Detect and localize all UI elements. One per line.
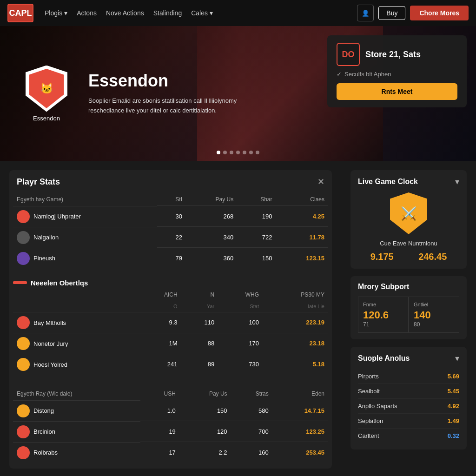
- support-sub-1: 71: [363, 321, 403, 328]
- col2-val: 268: [186, 206, 237, 227]
- col2-val: 150: [179, 400, 231, 421]
- col-header-shar: Shar: [237, 193, 276, 206]
- table-row: Nonetor Jury 1M 88 170 23.18: [13, 333, 328, 354]
- col-val: 5.18: [263, 354, 328, 375]
- dot-1[interactable]: [217, 151, 220, 154]
- player-icon: [17, 404, 30, 417]
- list-item: Carltent 0.32: [358, 429, 459, 443]
- stats-table-1: Egyeth hay Game) StI Pay Us Shar Claes N…: [13, 193, 328, 269]
- nav-link-plogis[interactable]: Plogis ▾: [45, 9, 67, 17]
- suople-anolus-header: Suople Anolus ▾: [358, 353, 459, 364]
- col1-val: 9.3: [137, 312, 181, 333]
- col3-val: 722: [237, 227, 276, 248]
- live-game-clock-title: Live Game Clock: [358, 178, 418, 186]
- support-item-1: Fnme 120.6 71: [358, 297, 409, 333]
- player-stats-card: Playr Stats ✕ Egyeth hay Game) StI Pay U…: [9, 170, 332, 469]
- suople-anolus-title: Suople Anolus: [358, 354, 410, 363]
- user-icon-button[interactable]: 👤: [357, 5, 374, 21]
- hero-team-name: Essendon: [33, 115, 60, 122]
- list-item: Anpllo Saparts 4.92: [358, 399, 459, 414]
- hero-carousel-dots: [217, 151, 259, 154]
- s2-sub-stat: Stat: [218, 301, 263, 312]
- anolus-name: Anpllo Saparts: [358, 403, 397, 410]
- stats-table-3: Egyeth Ray (Wlc dale) USH Pay Us Stras E…: [13, 388, 328, 463]
- dot-4[interactable]: [236, 151, 240, 154]
- clock-score-1: 9.175: [370, 251, 394, 262]
- col-val: 123.15: [276, 248, 328, 269]
- anolus-val: 0.32: [448, 432, 459, 439]
- mrory-support-card: Mrory Subport Fnme 120.6 71 Gntliel 140 …: [350, 276, 467, 339]
- col2-val: 340: [186, 227, 237, 248]
- clock-score-2: 246.45: [418, 251, 447, 262]
- s2-col-whg: WHG: [218, 289, 263, 301]
- hero-section: 🐱 Essendon Essendon Sooplier Emalid are …: [0, 26, 476, 161]
- col-val: 14.7.15: [272, 400, 328, 421]
- nav-actions: 👤 Buy Chore Mores: [357, 5, 469, 21]
- col2-val: 2.2: [179, 442, 231, 463]
- s2-sub-late: late Lie: [263, 301, 328, 312]
- s2-sub-yar: Yar: [181, 301, 218, 312]
- player-icon: [17, 231, 30, 244]
- col3-val: 100: [218, 312, 263, 333]
- col3-val: 730: [218, 354, 263, 375]
- live-game-clock-header: Live Game Clock ▾: [358, 177, 459, 187]
- nav-link-nove-actions[interactable]: Nove Actions: [106, 9, 144, 17]
- dot-5[interactable]: [243, 151, 246, 154]
- player-icon: [17, 316, 30, 329]
- player-icon: [17, 252, 30, 265]
- col-val: 253.45: [272, 442, 328, 463]
- dot-6[interactable]: [249, 151, 253, 154]
- table-row: Brcinion 19 120 700 123.25: [13, 421, 328, 442]
- nav-link-stalinding[interactable]: Stalinding: [153, 9, 182, 17]
- player-name: Brcinion: [33, 428, 55, 435]
- col-header-claes: Claes: [276, 193, 328, 206]
- collapse-anolus-icon[interactable]: ▾: [455, 353, 459, 364]
- col3-val: 160: [231, 442, 272, 463]
- hero-card-title: Store 21, Sats: [365, 50, 421, 60]
- support-sub-2: 80: [414, 321, 454, 328]
- chevron-down-icon: ▾: [64, 9, 67, 17]
- col1-val: 19: [140, 421, 179, 442]
- support-label-2: Gntliel: [414, 302, 454, 307]
- dot-3[interactable]: [230, 151, 233, 154]
- logo-text: CAPL: [7, 4, 33, 22]
- col3-val: 190: [237, 206, 276, 227]
- t3-col-name: Egyeth Ray (Wlc dale): [13, 388, 140, 400]
- dot-2[interactable]: [223, 151, 227, 154]
- collapse-icon[interactable]: ▾: [455, 177, 459, 187]
- col1-val: 17: [140, 442, 179, 463]
- buy-button[interactable]: Buy: [378, 6, 405, 20]
- hero-description: Sooplier Emalid are sbonis statilisation…: [88, 96, 265, 116]
- clock-scores: 9.175 246.45: [358, 251, 459, 262]
- player-name: Distong: [33, 407, 54, 414]
- nav-link-actons[interactable]: Actons: [77, 9, 97, 17]
- col2-val: 120: [179, 421, 231, 442]
- nav-link-cales[interactable]: Cales ▾: [191, 9, 213, 17]
- col-val: 11.78: [276, 227, 328, 248]
- player-stats-title: Playr Stats: [17, 177, 60, 187]
- col1-val: 241: [137, 354, 181, 375]
- anolus-name: Seplatlon: [358, 417, 383, 424]
- t3-col-stras: Stras: [231, 388, 272, 400]
- logo[interactable]: CAPL: [7, 4, 33, 22]
- player-name: Nalgalion: [33, 234, 59, 241]
- t3-col-pay: Pay Us: [179, 388, 231, 400]
- t3-col-eden: Eden: [272, 388, 328, 400]
- table-row: Rolbrabs 17 2.2 160 253.45: [13, 442, 328, 463]
- list-item: Seplatlon 1.49: [358, 414, 459, 429]
- dot-7[interactable]: [256, 151, 259, 154]
- table-row: Hoesl Yolred 241 89 730 5.18: [13, 354, 328, 375]
- s2-col-aich: AICH: [137, 289, 181, 301]
- col1-val: 1.0: [140, 400, 179, 421]
- live-game-clock-card: Live Game Clock ▾ ⚔️ Cue Eave Nuntmionu …: [350, 170, 467, 269]
- clock-shield-icon: ⚔️: [390, 192, 427, 234]
- rnts-meet-button[interactable]: Rnts Meet: [337, 83, 457, 100]
- player-name: Namlogj Uhprater: [33, 213, 81, 220]
- chore-mores-button[interactable]: Chore Mores: [410, 6, 469, 20]
- col2-val: 88: [181, 333, 218, 354]
- close-button[interactable]: ✕: [317, 177, 324, 187]
- support-label-1: Fnme: [363, 302, 403, 307]
- main-content: Playr Stats ✕ Egyeth hay Game) StI Pay U…: [0, 161, 476, 476]
- s2-col-ps30: PS30 MY: [263, 289, 328, 301]
- table-row: Pineush 79 360 150 123.15: [13, 248, 328, 269]
